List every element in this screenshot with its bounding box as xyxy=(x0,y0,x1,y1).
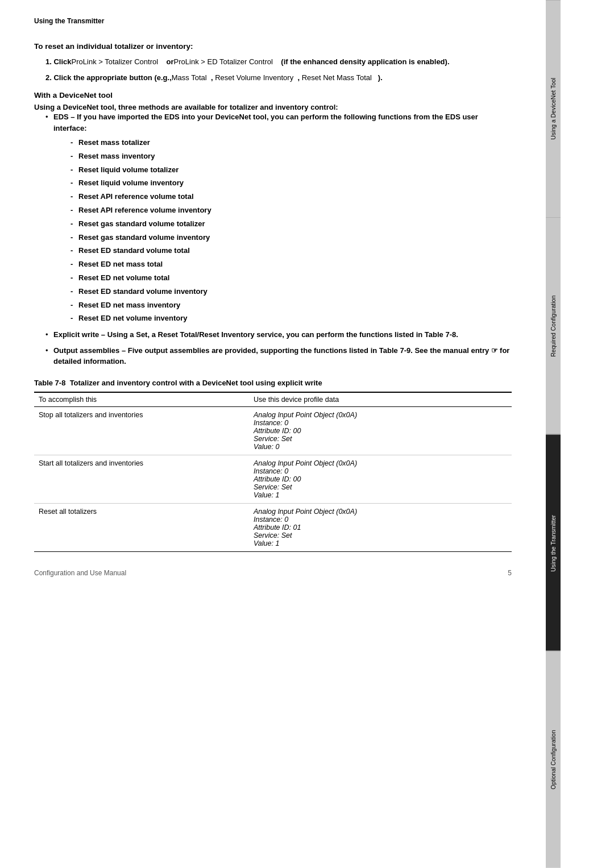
dash-reset-ed-net-mass-total: Reset ED net mass total xyxy=(70,259,512,271)
dash-reset-api-vol-inventory: Reset API reference volume inventory xyxy=(70,205,512,217)
col1-header: To accomplish this xyxy=(34,392,249,407)
main-heading: To reset an individual totalizer or inve… xyxy=(34,42,512,51)
bullet-explicit-write: Explicit write – Using a Set, a Reset To… xyxy=(45,329,512,340)
step-2-comma1: , xyxy=(209,73,215,82)
bullet-eds: EDS – If you have imported the EDS into … xyxy=(45,111,512,325)
device-net-section: Using a DeviceNet tool, three methods ar… xyxy=(34,103,512,367)
step-2-number: 2. xyxy=(45,73,53,82)
tab-optional-config[interactable]: Optional Configuration xyxy=(546,651,561,868)
steps-list: 1. ClickProLink > Totalizer Control orPr… xyxy=(45,56,512,83)
table-header-row: To accomplish this Use this device profi… xyxy=(34,392,512,407)
device-net-intro: Using a DeviceNet tool, three methods ar… xyxy=(34,103,512,111)
tab-required-config[interactable]: Required Configuration xyxy=(546,217,561,434)
dash-reset-ed-std-vol-total: Reset ED standard volume total xyxy=(70,245,512,257)
step-2-eg: Mass Total xyxy=(172,73,207,82)
dash-reset-gas-std-vol-totalizer: Reset gas standard volume totalizer xyxy=(70,218,512,230)
step-1-click: Click xyxy=(53,57,71,66)
note-ref-icon: ☞ xyxy=(491,346,500,355)
dash-list-eds: Reset mass totalizer Reset mass inventor… xyxy=(70,137,512,325)
data-table: To accomplish this Use this device profi… xyxy=(34,392,512,552)
row1-col1: Stop all totalizers and inventories xyxy=(34,406,249,455)
bullet-output-text: Output assemblies – Five output assembli… xyxy=(53,346,489,355)
step-2-comma2: , xyxy=(296,73,302,82)
tab-transmitter-label: Using the Transmitter xyxy=(550,514,557,571)
dash-reset-mass-inventory: Reset mass inventory xyxy=(70,151,512,163)
tab-optional-config-label: Optional Configuration xyxy=(550,730,557,789)
row2-col1: Start all totalizers and inventories xyxy=(34,455,249,503)
table-body: Stop all totalizers and inventories Anal… xyxy=(34,406,512,551)
table-label: Table 7-8 xyxy=(34,379,70,387)
step-1-path2: ProLink > ED Totalizer Control xyxy=(174,57,273,66)
main-content: Using the Transmitter To reset an indivi… xyxy=(0,0,546,868)
step-2-text: Click the appropriate button (e.g., xyxy=(53,73,171,82)
step-2-reset-net: Reset Net Mass Total xyxy=(302,73,372,82)
dash-reset-liquid-vol-totalizer: Reset liquid volume totalizer xyxy=(70,164,512,176)
step-2-reset-vol: Reset Volume Inventory xyxy=(215,73,293,82)
table-caption: Table 7-8 Totalizer and inventory contro… xyxy=(34,379,512,387)
step-1-path1: ProLink > Totalizer Control xyxy=(72,57,159,66)
tab-devicenet-label: Using a DeviceNet Tool xyxy=(550,78,557,140)
section-title: Using the Transmitter xyxy=(34,17,104,25)
dash-reset-ed-net-mass-inventory: Reset ED net mass inventory xyxy=(70,300,512,312)
bullet-list: EDS – If you have imported the EDS into … xyxy=(45,111,512,367)
bullet-explicit-text: Explicit write – Using a Set, a Reset To… xyxy=(53,330,458,339)
dash-reset-api-vol-total: Reset API reference volume total xyxy=(70,191,512,203)
device-net-intro-text: Using a DeviceNet tool, three methods ar… xyxy=(34,103,338,111)
step-1-number: 1. xyxy=(45,57,53,66)
dash-reset-ed-net-vol-total: Reset ED net volume total xyxy=(70,272,512,284)
dash-reset-mass-totalizer: Reset mass totalizer xyxy=(70,137,512,149)
page-header: Using the Transmitter xyxy=(34,17,512,25)
footer-right: 5 xyxy=(508,569,512,577)
tab-required-config-label: Required Configuration xyxy=(550,295,557,356)
dash-reset-gas-std-vol-inventory: Reset gas standard volume inventory xyxy=(70,232,512,244)
dash-reset-ed-std-vol-inventory: Reset ED standard volume inventory xyxy=(70,286,512,298)
row3-col2: Analog Input Point Object (0x0A) Instanc… xyxy=(249,503,512,551)
col2-header: Use this device profile data xyxy=(249,392,512,407)
dash-reset-ed-net-vol-inventory: Reset ED net volume inventory xyxy=(70,313,512,325)
row1-col2: Analog Input Point Object (0x0A) Instanc… xyxy=(249,406,512,455)
tab-transmitter[interactable]: Using the Transmitter xyxy=(546,434,561,651)
row3-col1: Reset all totalizers xyxy=(34,503,249,551)
dash-reset-liquid-vol-inventory: Reset liquid volume inventory xyxy=(70,177,512,189)
table-row: Reset all totalizers Analog Input Point … xyxy=(34,503,512,551)
table-title: Totalizer and inventory control with a D… xyxy=(70,379,322,387)
page-footer: Configuration and Use Manual 5 xyxy=(34,569,512,577)
tab-devicenet[interactable]: Using a DeviceNet Tool xyxy=(546,0,561,217)
step-1: 1. ClickProLink > Totalizer Control orPr… xyxy=(45,56,512,68)
sub-heading-devicenet: With a DeviceNet tool xyxy=(34,91,512,99)
step-1-enhanced: (if the enhanced density application is … xyxy=(275,57,450,66)
footer-left: Configuration and Use Manual xyxy=(34,569,126,577)
row2-col2: Analog Input Point Object (0x0A) Instanc… xyxy=(249,455,512,503)
step-1-or: or xyxy=(160,57,174,66)
bullet-output-assemblies: Output assemblies – Five output assembli… xyxy=(45,345,512,367)
table-section: Table 7-8 Totalizer and inventory contro… xyxy=(34,379,512,552)
table-row: Stop all totalizers and inventories Anal… xyxy=(34,406,512,455)
step-2: 2. Click the appropriate button (e.g.,Ma… xyxy=(45,72,512,84)
bullet-eds-text: EDS – If you have imported the EDS into … xyxy=(53,113,478,132)
right-tabs: Using a DeviceNet Tool Required Configur… xyxy=(546,0,561,868)
table-row: Start all totalizers and inventories Ana… xyxy=(34,455,512,503)
step-2-paren: ). xyxy=(374,73,383,82)
